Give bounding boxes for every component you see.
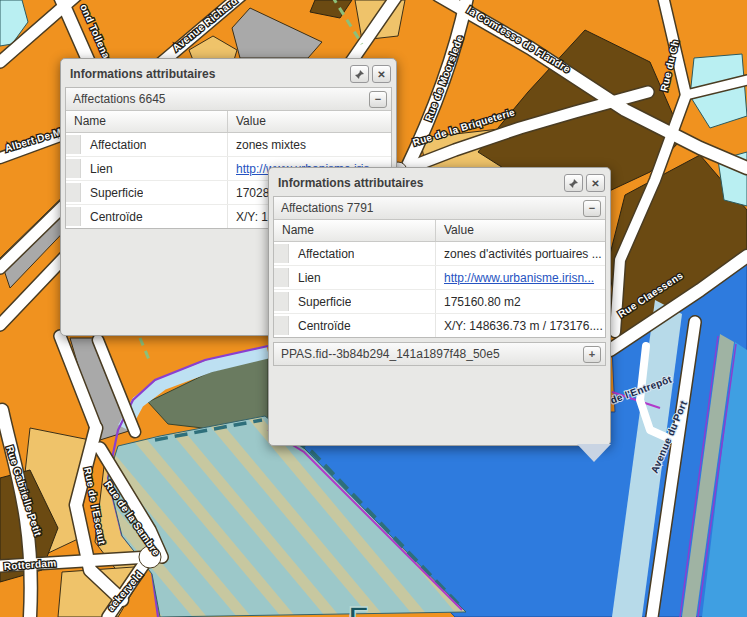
feature-id-bar[interactable]: PPAS.fid--3b84b294_141a1897f48_50e5 + [273, 342, 606, 366]
attr-value: zones mixtes [228, 133, 391, 156]
feature-panel-title: Affectations 6645 [73, 92, 369, 106]
collapse-icon[interactable]: − [583, 200, 601, 217]
table-row[interactable]: Superficie 175160.80 m2 [274, 290, 605, 314]
table-row[interactable]: Lien http://www.urbanisme.irisn... [274, 266, 605, 290]
attr-name: Superficie [81, 186, 143, 200]
feature-panel-header[interactable]: Affectations 6645 − [66, 88, 391, 111]
feature-panel-header[interactable]: Affectations 7791 − [274, 197, 605, 220]
attr-name: Affectation [81, 138, 146, 152]
attr-value: 175160.80 m2 [436, 290, 605, 313]
row-expander [274, 244, 289, 263]
column-header-name[interactable]: Name [66, 111, 228, 132]
feature-id-text: PPAS.fid--3b84b294_141a1897f48_50e5 [281, 347, 583, 361]
table-row[interactable]: Affectation zones mixtes [66, 133, 391, 157]
attr-name: Centroïde [81, 210, 143, 224]
table-row[interactable]: Affectation zones d'activités portuaires… [274, 242, 605, 266]
attr-value: X/Y: 148636.73 m / 173176.... [436, 314, 605, 337]
row-expander [66, 183, 81, 202]
row-expander [66, 207, 81, 226]
map-label-f: F [348, 599, 369, 617]
row-expander [274, 292, 289, 311]
grid-header: Name Value [66, 111, 391, 133]
attr-value-link[interactable]: http://www.urbanisme.irisn... [444, 271, 594, 285]
feature-panel-7791: Affectations 7791 − Name Value Affectati… [273, 196, 606, 338]
popup-anchor-arrow [577, 444, 611, 462]
attr-name: Centroïde [289, 319, 351, 333]
attribute-info-window-7791[interactable]: Informations attributaires ✕ Affectation… [268, 167, 611, 446]
column-header-value[interactable]: Value [228, 111, 391, 132]
expand-icon[interactable]: + [583, 346, 601, 363]
pin-icon[interactable] [564, 174, 583, 192]
row-expander [274, 316, 289, 335]
attr-name: Superficie [289, 295, 351, 309]
window-titlebar[interactable]: Informations attributaires ✕ [65, 63, 392, 87]
row-expander [66, 159, 81, 178]
window-titlebar[interactable]: Informations attributaires ✕ [273, 172, 606, 196]
window-title: Informations attributaires [278, 176, 561, 190]
attr-name: Affectation [289, 247, 354, 261]
column-header-name[interactable]: Name [274, 220, 436, 241]
row-expander [274, 268, 289, 287]
row-expander [66, 135, 81, 154]
grid-header: Name Value [274, 220, 605, 242]
feature-panel-title: Affectations 7791 [281, 201, 583, 215]
window-title: Informations attributaires [70, 67, 347, 81]
attr-name: Lien [81, 162, 113, 176]
attr-value: zones d'activités portuaires ... [436, 242, 605, 265]
collapse-icon[interactable]: − [369, 91, 387, 108]
close-icon[interactable]: ✕ [586, 174, 605, 192]
table-row[interactable]: Centroïde X/Y: 148636.73 m / 173176.... [274, 314, 605, 337]
attr-name: Lien [289, 271, 321, 285]
column-header-value[interactable]: Value [436, 220, 605, 241]
close-icon[interactable]: ✕ [372, 65, 391, 83]
pin-icon[interactable] [350, 65, 369, 83]
